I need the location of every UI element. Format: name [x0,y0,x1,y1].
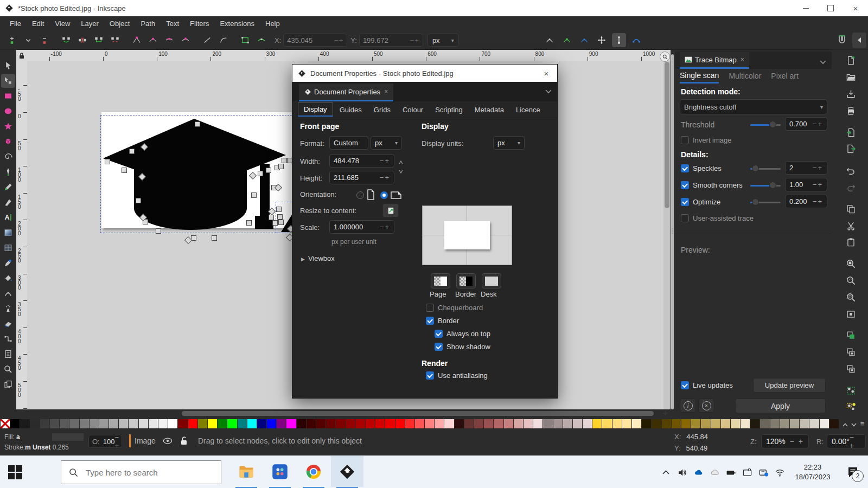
node-handle[interactable] [276,207,282,212]
canvas-vertical-scrollbar[interactable] [663,61,671,409]
open-document-button[interactable] [843,71,858,84]
toolbar-edit-mask-button[interactable] [560,33,574,47]
tray-share-button[interactable] [755,456,771,488]
orientation-portrait-radio[interactable] [356,191,364,199]
palette-swatch[interactable] [149,419,158,428]
palette-swatch[interactable] [790,419,799,428]
palette-swatch[interactable] [109,419,118,428]
snap-magnet-icon[interactable] [835,34,848,47]
use-antialiasing-checkbox[interactable]: Use antialiasing [426,371,488,380]
dialog-tab-metadata[interactable]: Metadata [469,104,509,116]
menu-file[interactable]: File [4,20,27,28]
tool-dropper-button[interactable] [1,256,15,270]
palette-swatch[interactable] [178,419,187,428]
toolbar-delete-node-button[interactable] [38,34,51,47]
palette-swatch[interactable] [158,419,168,428]
palette-swatch-none[interactable] [1,419,10,428]
tool-selector-button[interactable] [1,59,15,73]
menu-extensions[interactable]: Extensions [214,20,260,28]
page-border-color-button[interactable] [456,273,476,288]
node-handle[interactable] [277,214,283,220]
node-handle[interactable] [278,164,284,169]
palette-swatch[interactable] [553,419,563,428]
new-document-button[interactable] [843,54,858,67]
minimize-button[interactable] [793,0,818,16]
node-handle[interactable] [246,220,252,226]
palette-swatch[interactable] [198,419,207,428]
palette-swatch[interactable] [583,419,592,428]
unit-dropdown[interactable]: px▾ [427,34,459,47]
tray-display-button[interactable] [739,456,755,488]
dock-tab-close-icon[interactable]: × [384,88,388,95]
palette-swatch[interactable] [139,419,148,428]
tool-connector-button[interactable] [1,332,15,346]
tool-tweak-button[interactable] [1,286,15,300]
palette-swatch[interactable] [10,419,20,428]
toolbar-show-handles-button[interactable] [612,33,626,47]
optimize-slider[interactable] [750,202,781,203]
tool-box-3d-button[interactable] [1,134,15,149]
palette-swatch[interactable] [227,419,237,428]
menu-edit[interactable]: Edit [27,20,49,28]
optimize-checkbox[interactable]: Optimize [681,198,720,206]
optimize-field[interactable]: 0.200−+ [785,195,827,208]
always-on-top-checkbox[interactable]: Always on top [435,330,490,338]
palette-swatch[interactable] [218,419,227,428]
palette-swatch[interactable] [20,419,29,428]
palette-swatch[interactable] [385,419,394,428]
menu-filters[interactable]: Filters [184,20,214,28]
tool-eraser-button[interactable] [1,317,15,331]
palette-swatch[interactable] [60,419,69,428]
fill-color-swatch[interactable] [52,433,84,441]
tool-paint-bucket-button[interactable] [1,271,15,285]
node-handle[interactable] [212,235,217,241]
zoom-selection-button[interactable] [843,258,858,271]
dialog-tab-grids[interactable]: Grids [368,104,396,116]
dialog-tab-guides[interactable]: Guides [334,104,367,116]
create-clone-button[interactable] [843,346,858,359]
palette-swatch[interactable] [672,419,681,428]
palette-swatch[interactable] [90,419,99,428]
node-handle[interactable] [195,121,200,127]
height-field[interactable]: 211.685−+ [329,171,394,184]
toolbar-auto-node-button[interactable] [179,34,192,47]
canvas-horizontal-scrollbar[interactable] [27,410,671,417]
node-handle[interactable] [156,228,161,234]
live-updates-checkbox[interactable]: Live updates [681,381,733,389]
dialog-tab-colour[interactable]: Colour [397,104,429,116]
palette-swatch[interactable] [731,419,740,428]
dock-menu-chevron-icon[interactable] [820,57,826,67]
palette-swatch[interactable] [188,419,197,428]
tray-volume-button[interactable] [674,456,690,488]
format-value-field[interactable]: Custom [329,136,368,150]
menu-layer[interactable]: Layer [75,20,104,28]
palette-swatch[interactable] [543,419,552,428]
palette-swatch[interactable] [800,419,809,428]
undo-button[interactable] [843,164,858,177]
resize-to-content-button[interactable] [382,203,399,217]
smooth-corners-field[interactable]: 1.00−+ [785,178,827,191]
palette-swatch[interactable] [395,419,405,428]
palette-swatch[interactable] [129,419,138,428]
palette-swatch[interactable] [307,419,316,428]
tool-pencil-button[interactable] [1,180,15,194]
palette-swatch[interactable] [247,419,257,428]
detection-mode-dropdown[interactable]: Brightness cutoff▾ [680,99,827,114]
layer-lock-icon[interactable] [180,436,188,445]
tray-battery-button[interactable] [723,456,739,488]
node-handle[interactable] [129,149,135,154]
scrollbar-thumb[interactable] [665,62,669,208]
palette-swatch[interactable] [336,419,345,428]
toolbar-line-segment-button[interactable] [201,34,214,47]
group-objects-button[interactable] [843,384,858,397]
node-handle[interactable] [251,192,257,198]
palette-swatch[interactable] [721,419,730,428]
toolbar-insert-node-button[interactable] [5,34,18,47]
search-input[interactable] [85,467,212,478]
palette-swatch[interactable] [741,419,750,428]
node-handle[interactable] [136,198,141,203]
page-desk-color-button[interactable] [482,273,501,288]
toolbar-smooth-node-button[interactable] [146,34,159,47]
palette-swatch[interactable] [405,419,414,428]
scale-field[interactable]: 1.000000−+ [329,220,394,234]
